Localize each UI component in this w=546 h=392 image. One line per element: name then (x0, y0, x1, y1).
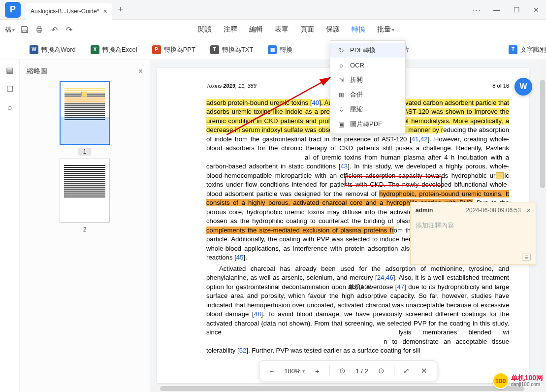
close-button[interactable]: ✕ (526, 0, 546, 20)
page-indicator[interactable]: 1 / 2 (353, 367, 371, 375)
comment-popup[interactable]: admin 2024-06-08 09:06:53 × 添加注釋內容 ☰ (410, 202, 536, 265)
menu-item-5[interactable]: 保護 (320, 22, 346, 37)
thumbnail-page-2[interactable] (60, 159, 110, 223)
comment-user: admin (416, 207, 433, 214)
dropdown-item-5[interactable]: ▣圖片轉PDF (330, 117, 405, 131)
dd-icon: ⌕ (337, 61, 345, 69)
comment-menu-icon[interactable]: ☰ (522, 254, 531, 261)
convert-label: 轉換為TXT (222, 45, 254, 54)
dd-label: 壓縮 (350, 105, 363, 114)
horizontal-scrollbar[interactable] (150, 385, 539, 392)
convert-label: 轉換為Word (41, 45, 76, 54)
watermark-logo: 100 单机100网 danji100.com (492, 372, 543, 389)
dd-label: 合併 (350, 90, 363, 99)
ocr-icon: T (509, 45, 517, 54)
dropdown-item-4[interactable]: ⇩壓縮 (330, 102, 405, 117)
menu-item-2[interactable]: 編輯 (243, 22, 269, 37)
watermark-inline: 单机100 (348, 283, 372, 292)
note-icon (81, 92, 87, 97)
convert-item-ppt[interactable]: P轉換為PPT (152, 45, 195, 54)
chevron-down-icon: ▾ (302, 368, 305, 374)
dd-icon: ⇲ (337, 76, 345, 84)
menu-item-3[interactable]: 表單 (269, 22, 294, 37)
print-icon[interactable] (34, 25, 44, 34)
convert-item-txt[interactable]: T轉換為TXT (210, 45, 254, 54)
svg-rect-2 (38, 27, 41, 29)
vertical-scrollbar[interactable] (539, 60, 546, 392)
dd-icon: ▣ (337, 120, 345, 128)
bookmark-icon[interactable]: ☐ (5, 84, 15, 94)
watermark-ball: 100 (492, 372, 509, 389)
dd-icon: ⇩ (337, 105, 345, 113)
dd-icon: ↻ (337, 46, 345, 54)
file-menu-label: 檔 (5, 25, 11, 34)
tab-title: Auslogics-B...User-Guide* (31, 8, 99, 15)
dropdown-item-2[interactable]: ⇲折開 (330, 72, 405, 87)
thumbnail-panel-title: 縮略圖 (27, 67, 47, 76)
dd-label: 折開 (350, 75, 363, 84)
read-mode-button[interactable]: ⊙ (374, 363, 389, 378)
menu-item-4[interactable]: 頁面 (294, 22, 320, 37)
app-logo: P (5, 2, 21, 18)
convert-label: 轉換為PPT (164, 45, 195, 54)
watermark-brand: 单机100网 (511, 374, 543, 382)
svg-rect-0 (23, 30, 27, 32)
convert-label: 轉換為Excel (102, 45, 137, 54)
dropdown-item-0[interactable]: ↻PDF轉換 (330, 43, 405, 58)
minimize-button[interactable]: — (487, 0, 507, 20)
convert-label: 文字識別 (520, 45, 546, 54)
excel-icon: X (91, 45, 99, 54)
convert-item-word[interactable]: W轉換為Word (30, 45, 76, 54)
zoom-level[interactable]: 100%▾ (282, 367, 307, 375)
dropdown-item-1[interactable]: ⌕OCR (330, 58, 405, 72)
page-header-right: 8 of 16 (492, 83, 509, 89)
toolbar-close-button[interactable]: ✕ (417, 363, 432, 378)
comment-date: 2024-06-08 09:06:53 (437, 207, 522, 214)
maximize-button[interactable]: ☐ (507, 0, 526, 20)
fullscreen-button[interactable]: ⤢ (399, 363, 414, 378)
zoom-in-button[interactable]: + (310, 363, 324, 378)
thumbnails-icon[interactable]: ▤ (5, 65, 15, 75)
thumbnail-number-1: 1 (78, 148, 92, 156)
thumbnail-number-2: 2 (78, 226, 92, 233)
menu-item-0[interactable]: 閱讀 (192, 22, 218, 37)
convert-item-ocr[interactable]: T文字識別 (509, 45, 546, 54)
convert-dropdown: ↻PDF轉換⌕OCR⇲折開⊞合併⇩壓縮▣圖片轉PDF (330, 40, 406, 134)
redo-icon[interactable]: ↷ (64, 25, 74, 34)
ppt-icon: P (152, 45, 161, 54)
fit-page-button[interactable]: ⊙ (335, 363, 350, 378)
note-icon[interactable] (496, 172, 504, 179)
dd-label: OCR (350, 62, 364, 69)
save-icon[interactable] (20, 25, 30, 34)
document-tab[interactable]: Auslogics-B...User-Guide* × (26, 3, 112, 20)
word-icon: W (30, 45, 38, 54)
menu-item-7[interactable]: 批量▾ (371, 22, 400, 37)
dd-label: PDF轉換 (350, 46, 376, 55)
convert-item-excel[interactable]: X轉換為Excel (91, 45, 137, 54)
thumbnail-page-1[interactable] (60, 81, 110, 145)
page-header-left: Toxins 2019, 11, 389 (206, 83, 257, 89)
more-icon[interactable]: ··· (467, 0, 487, 20)
file-menu[interactable]: 檔▾ (5, 25, 15, 34)
img-icon: ▦ (268, 45, 277, 54)
tab-close-icon[interactable]: × (103, 7, 107, 15)
zoom-out-button[interactable]: − (264, 363, 279, 378)
chevron-down-icon: ▾ (12, 27, 15, 33)
new-tab-button[interactable]: + (118, 4, 124, 15)
convert-item-img[interactable]: ▦轉換 (268, 45, 292, 54)
undo-icon[interactable]: ↶ (49, 25, 59, 34)
txt-icon: T (210, 45, 219, 54)
convert-label: 轉換 (280, 45, 292, 54)
dropdown-item-3[interactable]: ⊞合併 (330, 87, 405, 102)
export-word-fab[interactable]: W (514, 78, 532, 96)
thumbnail-close-icon[interactable]: × (138, 67, 143, 76)
dd-label: 圖片轉PDF (350, 120, 382, 129)
dd-icon: ⊞ (337, 91, 345, 98)
comment-close-icon[interactable]: × (527, 206, 531, 214)
menu-item-1[interactable]: 注釋 (218, 22, 243, 37)
search-icon[interactable]: ⌕ (5, 102, 15, 112)
comment-input[interactable]: 添加注釋內容 (411, 218, 536, 233)
menu-item-6[interactable]: 轉換 (346, 22, 371, 37)
watermark-url: danji100.com (511, 382, 543, 387)
view-toolbar: − 100%▾ + ⊙ 1 / 2 ⊙ ⤢ ✕ (259, 360, 437, 381)
